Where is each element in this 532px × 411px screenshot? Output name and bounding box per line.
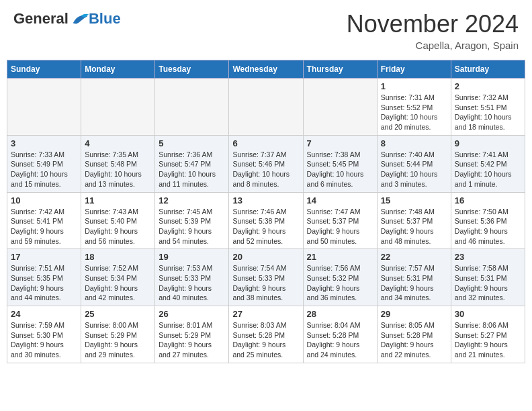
day-info: Sunrise: 7:37 AM Sunset: 5:46 PM Dayligh… [232,150,299,189]
month-title: November 2024 [347,10,519,38]
title-block: November 2024 Capella, Aragon, Spain [347,10,519,51]
calendar-cell: 14Sunrise: 7:47 AM Sunset: 5:37 PM Dayli… [303,192,377,249]
day-info: Sunrise: 7:56 AM Sunset: 5:32 PM Dayligh… [307,263,373,303]
day-number: 4 [85,138,151,148]
day-info: Sunrise: 7:38 AM Sunset: 5:45 PM Dayligh… [307,150,373,189]
day-number: 11 [85,195,151,205]
day-number: 28 [307,309,373,319]
calendar-week-row: 1Sunrise: 7:31 AM Sunset: 5:52 PM Daylig… [7,79,525,136]
calendar-cell: 30Sunrise: 8:06 AM Sunset: 5:27 PM Dayli… [451,306,525,363]
day-number: 20 [232,252,299,262]
day-number: 13 [232,195,299,205]
calendar-cell [155,79,229,136]
calendar-cell: 3Sunrise: 7:33 AM Sunset: 5:49 PM Daylig… [7,135,81,192]
day-number: 10 [11,195,77,205]
day-number: 18 [85,252,151,262]
calendar-cell: 13Sunrise: 7:46 AM Sunset: 5:38 PM Dayli… [229,192,303,249]
day-info: Sunrise: 7:47 AM Sunset: 5:37 PM Dayligh… [307,207,373,246]
day-number: 6 [232,138,299,148]
day-number: 25 [85,309,151,319]
weekday-header-thursday: Thursday [303,60,377,79]
calendar-cell: 19Sunrise: 7:53 AM Sunset: 5:33 PM Dayli… [155,249,229,306]
calendar-cell: 26Sunrise: 8:01 AM Sunset: 5:29 PM Dayli… [155,306,229,363]
logo-blue: Blue [89,10,121,28]
day-number: 29 [381,309,447,319]
day-number: 19 [159,252,225,262]
day-info: Sunrise: 8:06 AM Sunset: 5:27 PM Dayligh… [455,320,521,360]
calendar-cell: 21Sunrise: 7:56 AM Sunset: 5:32 PM Dayli… [303,249,377,306]
calendar-cell: 24Sunrise: 7:59 AM Sunset: 5:30 PM Dayli… [7,306,81,363]
day-number: 24 [11,309,77,319]
day-info: Sunrise: 7:51 AM Sunset: 5:35 PM Dayligh… [11,263,77,303]
calendar-cell: 16Sunrise: 7:50 AM Sunset: 5:36 PM Dayli… [451,192,525,249]
day-number: 21 [307,252,373,262]
calendar-week-row: 3Sunrise: 7:33 AM Sunset: 5:49 PM Daylig… [7,135,525,192]
calendar-cell: 10Sunrise: 7:42 AM Sunset: 5:41 PM Dayli… [7,192,81,249]
weekday-header-wednesday: Wednesday [229,60,303,79]
day-info: Sunrise: 8:00 AM Sunset: 5:29 PM Dayligh… [85,320,151,360]
day-number: 30 [455,309,521,319]
location: Capella, Aragon, Spain [347,40,519,51]
logo-general: General [13,10,69,28]
day-number: 22 [381,252,447,262]
day-info: Sunrise: 7:45 AM Sunset: 5:39 PM Dayligh… [159,207,225,246]
day-number: 14 [307,195,373,205]
day-info: Sunrise: 7:52 AM Sunset: 5:34 PM Dayligh… [85,263,151,303]
calendar-cell: 6Sunrise: 7:37 AM Sunset: 5:46 PM Daylig… [229,135,303,192]
calendar-cell [303,79,377,136]
weekday-header-row: SundayMondayTuesdayWednesdayThursdayFrid… [7,60,525,79]
calendar-cell [81,79,155,136]
day-number: 15 [381,195,447,205]
page-header: General Blue November 2024 Capella, Arag… [7,7,525,54]
weekday-header-friday: Friday [377,60,451,79]
calendar-cell: 29Sunrise: 8:05 AM Sunset: 5:28 PM Dayli… [377,306,451,363]
day-info: Sunrise: 7:32 AM Sunset: 5:51 PM Dayligh… [455,93,521,132]
calendar-week-row: 10Sunrise: 7:42 AM Sunset: 5:41 PM Dayli… [7,192,525,249]
calendar-cell: 1Sunrise: 7:31 AM Sunset: 5:52 PM Daylig… [377,79,451,136]
calendar-cell: 23Sunrise: 7:58 AM Sunset: 5:31 PM Dayli… [451,249,525,306]
day-number: 1 [381,81,447,91]
day-info: Sunrise: 8:04 AM Sunset: 5:28 PM Dayligh… [307,320,373,360]
day-info: Sunrise: 7:43 AM Sunset: 5:40 PM Dayligh… [85,207,151,246]
day-info: Sunrise: 7:36 AM Sunset: 5:47 PM Dayligh… [159,150,225,189]
day-info: Sunrise: 7:53 AM Sunset: 5:33 PM Dayligh… [159,263,225,303]
calendar-cell: 4Sunrise: 7:35 AM Sunset: 5:48 PM Daylig… [81,135,155,192]
day-info: Sunrise: 7:35 AM Sunset: 5:48 PM Dayligh… [85,150,151,189]
day-info: Sunrise: 7:58 AM Sunset: 5:31 PM Dayligh… [455,263,521,303]
logo-bird-icon [70,11,89,26]
day-info: Sunrise: 7:33 AM Sunset: 5:49 PM Dayligh… [11,150,77,189]
day-number: 16 [455,195,521,205]
day-info: Sunrise: 7:48 AM Sunset: 5:37 PM Dayligh… [381,207,447,246]
calendar-cell: 8Sunrise: 7:40 AM Sunset: 5:44 PM Daylig… [377,135,451,192]
calendar-cell: 27Sunrise: 8:03 AM Sunset: 5:28 PM Dayli… [229,306,303,363]
day-info: Sunrise: 7:31 AM Sunset: 5:52 PM Dayligh… [381,93,447,132]
calendar-cell: 25Sunrise: 8:00 AM Sunset: 5:29 PM Dayli… [81,306,155,363]
calendar-cell: 28Sunrise: 8:04 AM Sunset: 5:28 PM Dayli… [303,306,377,363]
day-info: Sunrise: 7:59 AM Sunset: 5:30 PM Dayligh… [11,320,77,360]
day-info: Sunrise: 7:40 AM Sunset: 5:44 PM Dayligh… [381,150,447,189]
day-info: Sunrise: 8:03 AM Sunset: 5:28 PM Dayligh… [232,320,299,360]
day-number: 8 [381,138,447,148]
day-info: Sunrise: 8:01 AM Sunset: 5:29 PM Dayligh… [159,320,225,360]
calendar-cell: 9Sunrise: 7:41 AM Sunset: 5:42 PM Daylig… [451,135,525,192]
day-number: 23 [455,252,521,262]
calendar-table: SundayMondayTuesdayWednesdayThursdayFrid… [7,60,525,363]
day-number: 12 [159,195,225,205]
calendar-week-row: 24Sunrise: 7:59 AM Sunset: 5:30 PM Dayli… [7,306,525,363]
day-info: Sunrise: 7:41 AM Sunset: 5:42 PM Dayligh… [455,150,521,189]
weekday-header-saturday: Saturday [451,60,525,79]
calendar-cell: 15Sunrise: 7:48 AM Sunset: 5:37 PM Dayli… [377,192,451,249]
day-info: Sunrise: 7:57 AM Sunset: 5:31 PM Dayligh… [381,263,447,303]
day-info: Sunrise: 7:46 AM Sunset: 5:38 PM Dayligh… [232,207,299,246]
day-number: 26 [159,309,225,319]
calendar-cell: 11Sunrise: 7:43 AM Sunset: 5:40 PM Dayli… [81,192,155,249]
weekday-header-monday: Monday [81,60,155,79]
weekday-header-tuesday: Tuesday [155,60,229,79]
calendar-cell: 2Sunrise: 7:32 AM Sunset: 5:51 PM Daylig… [451,79,525,136]
day-number: 27 [232,309,299,319]
calendar-cell: 18Sunrise: 7:52 AM Sunset: 5:34 PM Dayli… [81,249,155,306]
calendar-cell: 12Sunrise: 7:45 AM Sunset: 5:39 PM Dayli… [155,192,229,249]
day-info: Sunrise: 8:05 AM Sunset: 5:28 PM Dayligh… [381,320,447,360]
day-info: Sunrise: 7:54 AM Sunset: 5:33 PM Dayligh… [232,263,299,303]
day-number: 2 [455,81,521,91]
